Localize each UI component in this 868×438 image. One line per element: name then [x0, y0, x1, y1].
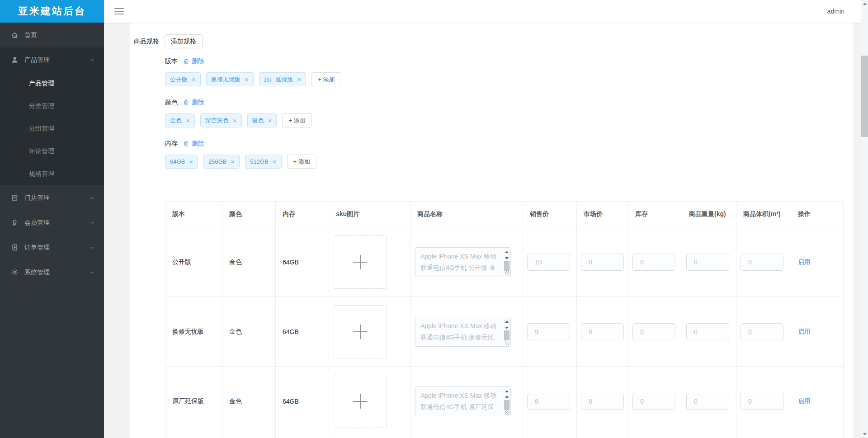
remove-tag-icon[interactable]: ×: [273, 158, 277, 165]
spec-tag-label: 银色: [252, 117, 264, 125]
market-price-input[interactable]: [581, 393, 624, 410]
chevron-down-icon: [90, 245, 95, 250]
remove-tag-icon[interactable]: ×: [231, 158, 235, 165]
submenu-product: 产品管理 分类管理 分组管理 评论管理 规格管理: [0, 72, 104, 185]
remove-tag-icon[interactable]: ×: [297, 76, 302, 83]
menu-toggle-icon[interactable]: [114, 8, 124, 14]
volume-input[interactable]: [741, 393, 783, 410]
chevron-down-icon: [90, 270, 95, 275]
store-icon: [11, 194, 19, 202]
weight-input[interactable]: [686, 254, 729, 271]
spec-group-memory: 内存 删除 64GB× 256GB× 512GB× + 添加: [165, 140, 854, 169]
table-row: 公开版 金色 64GB Apple iPhone XS Max 移动联通电信4G…: [165, 227, 844, 297]
spec-tag: 64GB×: [165, 155, 198, 169]
sidebar-item-spec-management[interactable]: 规格管理: [0, 163, 104, 185]
cell-memory: 64GB: [276, 297, 329, 367]
remove-tag-icon[interactable]: ×: [245, 76, 249, 83]
cell-color: 金色: [222, 297, 276, 367]
sku-image-upload[interactable]: [334, 235, 387, 289]
enable-link[interactable]: 启用: [798, 258, 811, 265]
sku-image-upload[interactable]: [334, 375, 387, 428]
sidebar-item-order-management[interactable]: 订单管理: [0, 235, 104, 260]
stock-input[interactable]: [632, 393, 675, 410]
sidebar-item-comment-management[interactable]: 评论管理: [0, 140, 104, 163]
remove-tag-icon[interactable]: ×: [233, 117, 237, 124]
sidebar-item-home[interactable]: 首页: [0, 23, 104, 47]
scroll-up-icon[interactable]: [505, 390, 509, 392]
scroll-down-icon[interactable]: [505, 257, 509, 259]
remove-tag-icon[interactable]: ×: [189, 158, 193, 165]
scroll-up-icon[interactable]: [505, 320, 509, 323]
enable-link[interactable]: 启用: [798, 328, 811, 335]
sidebar-item-label: 系统管理: [24, 268, 50, 277]
sidebar: 亚米建站后台 首页 产品管理 产品管理 分类管理 分组管理 评论管理 规格管理 …: [0, 0, 104, 438]
scrollbar-thumb[interactable]: [504, 330, 509, 340]
spec-group-version: 版本 删除 公开版× 换修无忧版× 原厂延保版× + 添加: [165, 57, 854, 86]
gear-icon: [11, 268, 19, 276]
scrollbar-thumb[interactable]: [504, 400, 509, 410]
resize-grip-icon[interactable]: [505, 341, 509, 345]
sidebar-item-category-management[interactable]: 分类管理: [0, 95, 104, 118]
scroll-down-icon[interactable]: [505, 327, 509, 329]
scrollbar-thumb[interactable]: [504, 261, 509, 271]
remove-tag-icon[interactable]: ×: [186, 117, 190, 124]
weight-input[interactable]: [686, 323, 729, 340]
volume-input[interactable]: [741, 323, 783, 340]
add-tag-button[interactable]: + 添加: [282, 113, 311, 127]
product-name-textarea[interactable]: Apple iPhone XS Max 移动联通电信4G手机 换修无忧: [415, 317, 511, 347]
sidebar-item-group-management[interactable]: 分组管理: [0, 118, 104, 140]
sidebar-item-store-management[interactable]: 门店管理: [0, 185, 104, 210]
add-tag-button[interactable]: + 添加: [311, 72, 341, 86]
cell-memory: 64GB: [276, 367, 329, 436]
delete-spec-group-button[interactable]: 删除: [183, 140, 204, 148]
sale-price-input[interactable]: [527, 323, 570, 340]
volume-input[interactable]: [741, 254, 783, 271]
market-price-input[interactable]: [581, 254, 624, 271]
weight-input[interactable]: [686, 393, 729, 410]
scroll-up-icon[interactable]: [863, 3, 867, 5]
remove-tag-icon[interactable]: ×: [192, 76, 196, 83]
remove-tag-icon[interactable]: ×: [268, 117, 272, 124]
product-name-textarea[interactable]: Apple iPhone XS Max 移动联通电信4G手机 公开版 金: [415, 247, 511, 277]
column-header-sale-price: 销售价: [523, 202, 577, 227]
add-spec-button[interactable]: 添加规格: [165, 34, 203, 48]
sku-image-upload[interactable]: [334, 305, 387, 358]
column-header-volume: 商品体积(m³): [736, 202, 791, 227]
sidebar-item-product-management-sub[interactable]: 产品管理: [0, 72, 104, 95]
delete-spec-group-button[interactable]: 删除: [183, 99, 204, 107]
spec-tag: 银色×: [247, 113, 277, 127]
scroll-down-icon[interactable]: [505, 396, 509, 399]
product-name-textarea[interactable]: Apple iPhone XS Max 移动联通电信4G手机 原厂延保: [415, 386, 511, 416]
delete-label: 删除: [192, 140, 204, 148]
page-scrollbar[interactable]: [861, 0, 868, 438]
enable-link[interactable]: 启用: [798, 397, 811, 405]
scroll-up-icon[interactable]: [505, 251, 509, 253]
stock-input[interactable]: [632, 254, 675, 271]
scroll-down-icon[interactable]: [863, 433, 867, 435]
spec-tag: 256GB×: [203, 155, 240, 169]
member-icon: [11, 219, 19, 226]
delete-spec-group-button[interactable]: 删除: [183, 57, 204, 66]
market-price-input[interactable]: [581, 323, 624, 340]
spec-tag: 512GB×: [245, 155, 281, 169]
sidebar-item-system-management[interactable]: 系统管理: [0, 260, 104, 285]
column-header-stock: 库存: [628, 202, 682, 227]
resize-grip-icon[interactable]: [505, 410, 509, 415]
sidebar-item-member-management[interactable]: 会员管理: [0, 210, 104, 235]
spec-tag-label: 深空灰色: [205, 117, 229, 125]
sale-price-input[interactable]: [527, 254, 570, 271]
scrollbar-thumb[interactable]: [861, 56, 868, 137]
spec-tag-label: 金色: [170, 117, 182, 125]
spec-tag: 原厂延保版×: [259, 72, 307, 86]
sale-price-input[interactable]: [527, 393, 570, 410]
user-menu[interactable]: admin: [827, 8, 844, 15]
resize-grip-icon[interactable]: [505, 271, 509, 276]
stock-input[interactable]: [632, 323, 675, 340]
column-header-color: 颜色: [222, 202, 276, 227]
spec-tag-label: 256GB: [208, 158, 226, 165]
submenu-item-label: 分组管理: [29, 125, 54, 133]
cell-version: 换修无忧版: [165, 297, 222, 367]
add-tag-button[interactable]: + 添加: [287, 155, 316, 169]
sidebar-item-product-management[interactable]: 产品管理: [0, 47, 104, 72]
plus-icon: [353, 255, 368, 269]
